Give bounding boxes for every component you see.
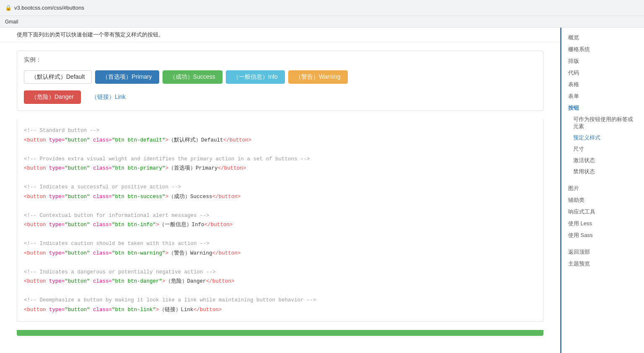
code-block-0: <!-- Standard button --> <button type="b…	[24, 126, 536, 145]
sidebar-item-responsive[interactable]: 响应式工具	[561, 206, 644, 218]
sidebar-item-disabled[interactable]: 禁用状态	[561, 166, 644, 178]
code-end-tag-6: </button>	[194, 307, 222, 313]
sidebar-item-form[interactable]: 表单	[561, 90, 644, 102]
sidebar-item-theme[interactable]: 主题预览	[561, 258, 644, 270]
code-attr-class-0: class=	[90, 137, 112, 143]
code-content-0: （默认样式）Default	[168, 137, 223, 143]
sidebar-gap-1	[561, 178, 644, 183]
code-comment-4: <!-- Indicates caution should be taken w…	[24, 241, 209, 247]
code-attr-class-val-4: "btn btn-warning"	[112, 250, 166, 256]
code-tag-4: <button	[24, 250, 46, 256]
code-comment-5: <!-- Indicates a dangerous or potentiall…	[24, 269, 216, 275]
main-content: 使用下面列出的类可以快速创建一个带有预定义样式的按钮。 实例： （默认样式）De…	[0, 28, 560, 353]
sidebar-item-backtop[interactable]: 返回顶部	[561, 246, 644, 258]
sidebar-item-table[interactable]: 表格	[561, 79, 644, 90]
code-attr-type-5: type=	[46, 278, 65, 284]
sidebar-item-active-state[interactable]: 激活状态	[561, 155, 644, 166]
sidebar-item-buttons[interactable]: 按钮	[561, 102, 644, 114]
btn-info[interactable]: （一般信息）Info	[226, 70, 285, 84]
btn-warning[interactable]: （警告）Warning	[288, 70, 348, 84]
code-block-4: <!-- Indicates caution should be taken w…	[24, 239, 536, 258]
code-attr-class-2: class=	[90, 194, 112, 200]
code-tag-3: <button	[24, 222, 46, 228]
code-section: <!-- Standard button --> <button type="b…	[17, 119, 543, 322]
code-tag-1: <button	[24, 165, 46, 171]
code-attr-type-val-2: "button"	[65, 194, 90, 200]
top-description: 使用下面列出的类可以快速创建一个带有预定义样式的按钮。	[0, 28, 560, 42]
sidebar-item-tags-elements[interactable]: 可作为按钮使用的标签或元素	[561, 114, 644, 132]
example-section: 实例： （默认样式）Default （首选项）Primary （成功）Succe…	[17, 51, 543, 111]
code-comment-0: <!-- Standard button -->	[24, 128, 99, 134]
code-attr-class-1: class=	[90, 165, 112, 171]
sidebar-item-grid[interactable]: 栅格系统	[561, 44, 644, 55]
example-label: 实例：	[17, 51, 543, 67]
sidebar-item-images[interactable]: 图片	[561, 183, 644, 194]
bookmark-gmail[interactable]: Gmail	[5, 19, 18, 25]
page-layout: 使用下面列出的类可以快速创建一个带有预定义样式的按钮。 实例： （默认样式）De…	[0, 28, 644, 353]
browser-bar: 🔒 v3.bootcss.com/css/#buttons	[0, 0, 644, 16]
sidebar-item-less[interactable]: 使用 Less	[561, 218, 644, 229]
code-tag-5: <button	[24, 278, 46, 284]
code-comment-3: <!-- Contextual button for informational…	[24, 213, 209, 219]
code-attr-class-3: class=	[90, 222, 112, 228]
code-content-4: （警告）Warning	[168, 250, 212, 256]
code-tag-6: <button	[24, 307, 46, 313]
code-attr-type-val-1: "button"	[65, 165, 90, 171]
code-content-6: （链接）Link	[159, 307, 194, 313]
code-tag-close-6: >	[156, 307, 159, 313]
code-tag-close-0: >	[166, 137, 169, 143]
code-attr-class-6: class=	[90, 307, 112, 313]
code-attr-type-val-6: "button"	[65, 307, 90, 313]
url-bar[interactable]: v3.bootcss.com/css/#buttons	[14, 5, 84, 11]
code-tag-close-3: >	[156, 222, 159, 228]
code-tag-0: <button	[24, 137, 46, 143]
sidebar-item-helper[interactable]: 辅助类	[561, 194, 644, 206]
code-end-tag-0: </button>	[223, 137, 252, 143]
code-block-1: <!-- Provides extra visual weight and id…	[24, 155, 536, 173]
sidebar-item-overview[interactable]: 概览	[561, 32, 644, 44]
code-end-tag-5: </button>	[206, 278, 235, 284]
code-attr-class-val-5: "btn btn-danger"	[112, 278, 162, 284]
sidebar-item-predefined[interactable]: 预定义样式	[560, 132, 644, 144]
bookmarks-bar: Gmail	[0, 16, 644, 28]
code-attr-type-6: type=	[46, 307, 65, 313]
code-end-tag-2: </button>	[212, 194, 241, 200]
code-block-6: <!-- Deemphasize a button by making it l…	[24, 296, 536, 314]
code-attr-type-4: type=	[46, 250, 65, 256]
btn-link[interactable]: （链接）Link	[84, 90, 133, 104]
code-comment-2: <!-- Indicates a successful or positive …	[24, 184, 181, 190]
sidebar-item-code[interactable]: 代码	[561, 67, 644, 79]
code-attr-class-val-0: "btn btn-default"	[112, 137, 166, 143]
code-content-1: （首选项）Primary	[168, 165, 218, 171]
code-attr-class-val-3: "btn btn-info"	[112, 222, 156, 228]
btn-primary[interactable]: （首选项）Primary	[95, 70, 159, 84]
sidebar-item-sass[interactable]: 使用 Sass	[561, 229, 644, 241]
code-content-3: （一般信息）Info	[159, 222, 204, 228]
btn-success[interactable]: （成功）Success	[163, 70, 222, 84]
button-row-1: （默认样式）Default （首选项）Primary （成功）Success （…	[17, 67, 543, 90]
code-attr-type-1: type=	[46, 165, 65, 171]
code-attr-type-0: type=	[46, 137, 65, 143]
code-attr-type-val-5: "button"	[65, 278, 90, 284]
code-content-2: （成功）Success	[168, 194, 212, 200]
sidebar-item-size[interactable]: 尺寸	[561, 144, 644, 155]
btn-danger[interactable]: （危险）Danger	[24, 90, 81, 104]
lock-icon: 🔒	[5, 5, 12, 11]
code-tag-close-2: >	[166, 194, 169, 200]
code-attr-class-4: class=	[90, 250, 112, 256]
code-block-2: <!-- Indicates a successful or positive …	[24, 183, 536, 201]
code-tag-close-1: >	[166, 165, 169, 171]
code-attr-class-val-2: "btn btn-success"	[112, 194, 166, 200]
code-attr-type-2: type=	[46, 194, 65, 200]
code-block-5: <!-- Indicates a dangerous or potentiall…	[24, 268, 536, 286]
sidebar-item-typography[interactable]: 排版	[561, 55, 644, 67]
code-attr-class-val-6: "btn btn-link"	[112, 307, 156, 313]
code-attr-type-3: type=	[46, 222, 65, 228]
code-block-3: <!-- Contextual button for informational…	[24, 211, 536, 230]
code-attr-type-val-3: "button"	[65, 222, 90, 228]
btn-default[interactable]: （默认样式）Default	[24, 70, 92, 84]
code-comment-1: <!-- Provides extra visual weight and id…	[24, 156, 310, 162]
code-tag-close-4: >	[166, 250, 169, 256]
code-attr-type-val-4: "button"	[65, 250, 90, 256]
code-content-5: （危险）Danger	[166, 278, 206, 284]
